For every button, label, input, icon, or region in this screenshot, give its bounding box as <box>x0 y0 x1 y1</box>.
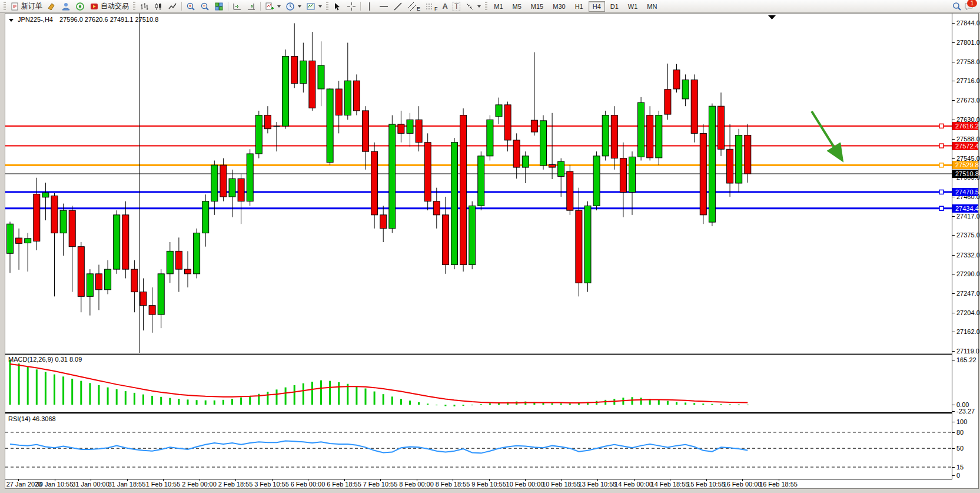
cursor-tool-button[interactable] <box>330 1 344 12</box>
main-price-pane[interactable] <box>5 14 952 353</box>
line-chart-button[interactable] <box>165 1 180 12</box>
vertical-line-tool-button[interactable] <box>363 1 377 12</box>
toolbar-grip[interactable] <box>4 2 6 11</box>
price-chart[interactable] <box>5 14 952 353</box>
auto-scroll-button[interactable] <box>230 1 244 12</box>
signals-button[interactable] <box>73 1 87 12</box>
axis-label: 27290.0 <box>956 270 980 277</box>
candlestick-chart-button[interactable] <box>151 1 165 12</box>
new-order-icon <box>10 2 19 11</box>
zoom-out-button[interactable] <box>198 1 212 12</box>
autotrade-button[interactable]: 自动交易 <box>87 1 131 12</box>
cursor-icon <box>333 2 342 11</box>
axis-label: 27162.0 <box>956 328 980 335</box>
templates-button[interactable] <box>304 1 324 12</box>
toolbar-grip[interactable] <box>133 2 135 11</box>
chart-shift-icon <box>247 2 256 11</box>
accounts-button[interactable] <box>59 1 73 12</box>
time-label: 14 Feb 18:55 <box>651 481 689 488</box>
timeframe-D1[interactable]: D1 <box>606 1 623 12</box>
time-label: 10 Feb 00:00 <box>506 481 544 488</box>
axis-label: 27758.0 <box>956 58 980 65</box>
timeframe-M30[interactable]: M30 <box>549 1 569 12</box>
price-axis[interactable]: 27844.027801.027758.027716.027673.027630… <box>952 14 978 479</box>
time-label: 6 Feb 18:55 <box>327 481 361 488</box>
trendline-tool-button[interactable] <box>391 1 405 12</box>
notifications-button[interactable]: 1 <box>964 2 974 11</box>
level-price-badge: 27434.4 <box>952 204 978 213</box>
channel-tool-button[interactable]: E <box>405 1 423 12</box>
zoom-in-button[interactable] <box>184 1 198 12</box>
timeframe-M15[interactable]: M15 <box>527 1 547 12</box>
indicators-dropdown-caret[interactable] <box>277 5 281 8</box>
templates-dropdown-caret[interactable] <box>318 5 322 8</box>
axis-label: 50 <box>956 445 964 452</box>
time-label: 3 Feb 10:55 <box>254 481 289 488</box>
new-order-label: 新订单 <box>21 1 42 11</box>
level-price-badge: 27616.2 <box>952 122 978 130</box>
arrows-tool-button[interactable] <box>463 1 483 12</box>
text-tool-button[interactable]: A <box>440 1 450 12</box>
toolbar-grip[interactable] <box>485 2 487 11</box>
time-label: 31 Jan 00:00 <box>72 481 109 488</box>
fibonacci-tool-button[interactable]: F <box>423 1 440 12</box>
label-tool-button[interactable]: T <box>450 1 463 12</box>
fibo-letter: F <box>434 6 438 12</box>
chart-collapse-icon[interactable] <box>9 19 14 22</box>
axis-label: 27119.0 <box>956 348 979 355</box>
macd-pane[interactable] <box>5 355 952 412</box>
time-label: 2 Feb 18:55 <box>218 481 253 488</box>
horizontal-line-icon <box>379 2 388 11</box>
periods-dropdown-caret[interactable] <box>298 5 301 8</box>
time-label: 14 Feb 00:00 <box>614 481 653 488</box>
indicators-button[interactable] <box>263 1 283 12</box>
horizontal-line-tool-button[interactable] <box>377 1 391 12</box>
arrows-dropdown-caret[interactable] <box>477 5 481 8</box>
time-axis[interactable]: 27 Jan 202330 Jan 10:5531 Jan 00:0031 Ja… <box>5 479 952 488</box>
zoom-out-icon <box>200 2 210 11</box>
time-label: 13 Feb 10:55 <box>579 481 617 488</box>
notification-badge: 1 <box>967 0 977 7</box>
timeframe-H1[interactable]: H1 <box>571 1 587 12</box>
time-label: 16 Feb 00:00 <box>723 481 762 488</box>
equidistant-channel-icon <box>407 2 417 11</box>
toolbar-grip[interactable] <box>326 2 328 11</box>
timeframe-H4[interactable]: H4 <box>589 1 605 12</box>
zoom-in-icon <box>186 2 195 11</box>
timeframe-MN[interactable]: MN <box>643 1 661 12</box>
time-label: 7 Feb 10:55 <box>363 481 398 488</box>
axis-label: -23.27 <box>956 408 975 415</box>
market-watch-button[interactable] <box>45 1 59 12</box>
rsi-pane[interactable] <box>5 414 952 479</box>
timeframe-M1[interactable]: M1 <box>490 1 507 12</box>
bar-chart-button[interactable] <box>137 1 151 12</box>
time-label: 31 Jan 18:55 <box>108 481 146 488</box>
axis-label: 27801.0 <box>956 39 980 46</box>
axis-label: 80 <box>956 429 964 436</box>
timeframe-buttons: M1M5M15M30H1H4D1W1MN <box>489 1 662 12</box>
axis-label: 27332.0 <box>956 252 980 259</box>
search-icon[interactable] <box>952 2 962 11</box>
tile-windows-button[interactable] <box>212 1 226 12</box>
axis-label: 27204.0 <box>956 309 980 316</box>
macd-chart[interactable] <box>5 355 952 412</box>
axis-label: 27673.0 <box>956 97 980 104</box>
chart-shift-button[interactable] <box>244 1 258 12</box>
tile-windows-icon <box>214 2 224 11</box>
level-price-badge: 27470.5 <box>952 188 978 196</box>
time-label: 2 Feb 00:00 <box>182 481 217 488</box>
timeframe-W1[interactable]: W1 <box>624 1 642 12</box>
periods-button[interactable] <box>283 1 304 12</box>
rsi-chart[interactable] <box>5 414 952 479</box>
auto-scroll-icon <box>232 2 242 11</box>
fibonacci-icon <box>425 2 434 11</box>
axis-label: 165.22 <box>956 356 976 363</box>
crosshair-tool-button[interactable] <box>344 1 358 12</box>
axis-label: 15 <box>956 464 964 471</box>
axis-label: 0 <box>956 472 960 479</box>
timeframe-M5[interactable]: M5 <box>509 1 526 12</box>
new-order-button[interactable]: 新订单 <box>8 1 45 12</box>
label-tool-icon: T <box>453 2 460 11</box>
axis-label: 27844.0 <box>956 19 980 27</box>
chart-symbol-period: JPN225-,H4 <box>18 16 53 23</box>
